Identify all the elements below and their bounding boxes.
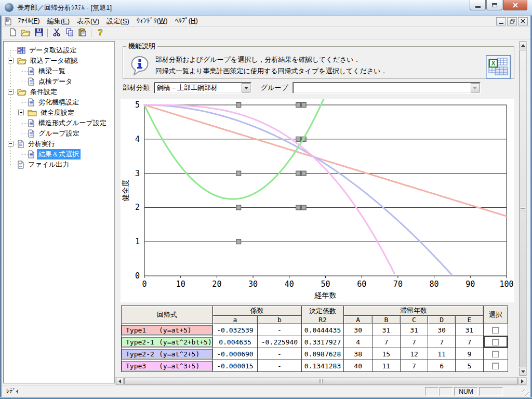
mdi-minimize-button[interactable] (496, 17, 506, 25)
tree-item-3[interactable]: 橋梁一覧 (4, 66, 114, 76)
category-label: 部材分類 (123, 83, 150, 92)
collapse-icon[interactable] (8, 58, 14, 63)
select-cell (483, 348, 508, 360)
x-tick-label: 60 (357, 280, 366, 289)
tree-item-label[interactable]: 点検データ (37, 76, 74, 87)
x-tick-label: 0 (142, 280, 147, 289)
menu-item-s[interactable]: 設定(S) (103, 16, 132, 27)
equation-cell[interactable]: Type1(y=at+5) (122, 324, 213, 336)
equation-cell[interactable]: Type3(y=at^3+5) (122, 360, 213, 372)
tree-item-label[interactable]: 結果＆式選択 (37, 149, 81, 159)
tree-item-label[interactable]: 劣化機構設定 (37, 97, 81, 108)
tree-connector (21, 123, 28, 124)
tree-item-label[interactable]: ファイル出力 (26, 159, 71, 170)
table-row-type3[interactable]: Type3(y=at^3+5)-0.000015-0.1341283401176… (122, 360, 508, 372)
tree-item-label[interactable]: 取込データ確認 (29, 56, 79, 66)
menu-item-v[interactable]: 表示(V) (73, 16, 103, 27)
select-checkbox[interactable] (492, 339, 499, 345)
tree-item-7[interactable]: 健全度設定 (4, 108, 114, 118)
group-combobox[interactable] (292, 82, 481, 94)
mdi-restore-button[interactable] (507, 17, 517, 25)
filter-row: 部材分類 鋼橋－上部工鋼部材 グループ (123, 82, 481, 94)
help-button[interactable]: ? (94, 28, 107, 39)
tree-item-11[interactable]: 結果＆式選択 (4, 149, 114, 159)
collapse-icon[interactable] (8, 89, 14, 95)
toolbar-separator (91, 29, 91, 37)
vertical-scroll-thumb[interactable] (520, 50, 526, 367)
table-row-type2-2[interactable]: Type2-2(y=at^2+5)-0.000690-0.09876283815… (122, 348, 508, 360)
menu-item-h[interactable]: ﾍﾙﾌﾟ(H) (171, 16, 202, 27)
expand-icon[interactable] (18, 110, 24, 115)
residence-year-cell: 15 (372, 348, 400, 360)
maximize-button[interactable] (486, 0, 502, 10)
menu-item-f[interactable]: ﾌｧｲﾙ(F) (14, 16, 44, 27)
tree-item-label[interactable]: 橋梁一覧 (37, 66, 67, 76)
horizontal-scrollbar[interactable] (115, 377, 527, 385)
open-icon (21, 29, 31, 38)
category-combobox[interactable]: 鋼橋－上部工鋼部材 (154, 82, 251, 94)
excel-export-button[interactable]: X (486, 55, 511, 79)
mdi-child-document-icon (4, 17, 12, 25)
group-dropdown-button (471, 83, 480, 92)
tree-item-12[interactable]: ファイル出力 (4, 159, 114, 170)
tree-item-6[interactable]: 劣化機構設定 (4, 97, 114, 108)
tree-item-4[interactable]: 点検データ (4, 76, 114, 87)
menu-item-e[interactable]: 編集(E) (44, 16, 73, 27)
table-row-type1[interactable]: Type1(y=at+5)-0.032539-0.044443530313130… (122, 324, 508, 336)
vertical-scrollbar[interactable] (519, 41, 527, 376)
tree-item-10[interactable]: 分析実行 (4, 139, 114, 149)
tree-item-label[interactable]: 条件設定 (29, 87, 59, 97)
mdi-close-button[interactable] (518, 17, 528, 25)
minimize-button[interactable] (470, 0, 486, 10)
status-panel-2 (440, 387, 453, 396)
close-button[interactable] (503, 0, 527, 10)
cut-button[interactable] (50, 28, 63, 39)
tree-item-label[interactable]: 分析実行 (26, 139, 57, 149)
chevron-down-icon (473, 87, 477, 89)
scroll-right-button[interactable] (518, 378, 526, 384)
scroll-left-button[interactable] (116, 378, 124, 384)
equation-cell[interactable]: Type2-2(y=at^2+5) (122, 348, 213, 360)
tree-item-2[interactable]: 取込データ確認 (4, 56, 114, 66)
toolbar: ? (2, 27, 530, 39)
collapse-icon[interactable] (8, 141, 14, 147)
tree-item-1[interactable]: データ取込設定 (4, 45, 114, 56)
status-panel-num: NUM (454, 387, 478, 396)
horizontal-scroll-thumb[interactable] (124, 378, 518, 384)
resize-grip[interactable] (522, 389, 529, 396)
open-button[interactable] (19, 28, 32, 39)
select-checkbox[interactable] (492, 351, 499, 357)
tree-item-8[interactable]: 構造形式グループ設定 (4, 118, 114, 128)
menu-item-w[interactable]: ｳｨﾝﾄﾞｳ(W) (133, 16, 171, 27)
scroll-grip (521, 207, 525, 211)
save-button[interactable] (32, 28, 45, 39)
tree-item-label[interactable]: データ取込設定 (28, 45, 78, 56)
y-tick-label: 1 (135, 237, 140, 246)
tree-item-label[interactable]: 構造形式グループ設定 (37, 118, 108, 128)
tree-connector (21, 82, 28, 82)
regression-results-table: 回帰式係数決定係数R2滞留年数選択abABCDEType1(y=at+5)-0.… (121, 305, 508, 372)
tree-item-label[interactable]: 健全度設定 (39, 108, 76, 118)
scroll-down-button[interactable] (520, 368, 526, 376)
tree-item-5[interactable]: 条件設定 (4, 87, 114, 97)
group-label: グループ (261, 83, 288, 92)
table-row-type2-1[interactable]: Type2-1(y=at^2+bt+5)0.004635-0.2259400.3… (122, 336, 508, 348)
doc-icon (17, 140, 24, 148)
results-table-container: 回帰式係数決定係数R2滞留年数選択abABCDEType1(y=at+5)-0.… (121, 305, 508, 377)
tree-item-label[interactable]: グループ設定 (37, 128, 81, 139)
tree-item-9[interactable]: グループ設定 (4, 128, 114, 139)
scroll-up-button[interactable] (520, 42, 526, 49)
help-icon: ? (97, 28, 104, 38)
cut-icon (53, 28, 60, 38)
equation-cell[interactable]: Type2-1(y=at^2+bt+5) (122, 336, 213, 348)
y-tick-label: 2 (135, 203, 140, 212)
r2-cell: 0.1341283 (301, 360, 344, 372)
copy-button[interactable] (63, 28, 76, 39)
status-panel-1 (425, 387, 438, 396)
select-checkbox[interactable] (492, 363, 499, 369)
category-dropdown-button[interactable] (242, 83, 250, 92)
select-checkbox[interactable] (492, 327, 499, 334)
function-description-group: 機能説明 部材分類およびグループを選択し，分析結果を確認してください． 回帰式一… (123, 42, 514, 79)
paste-button[interactable] (76, 28, 89, 39)
new-button[interactable] (6, 28, 19, 39)
